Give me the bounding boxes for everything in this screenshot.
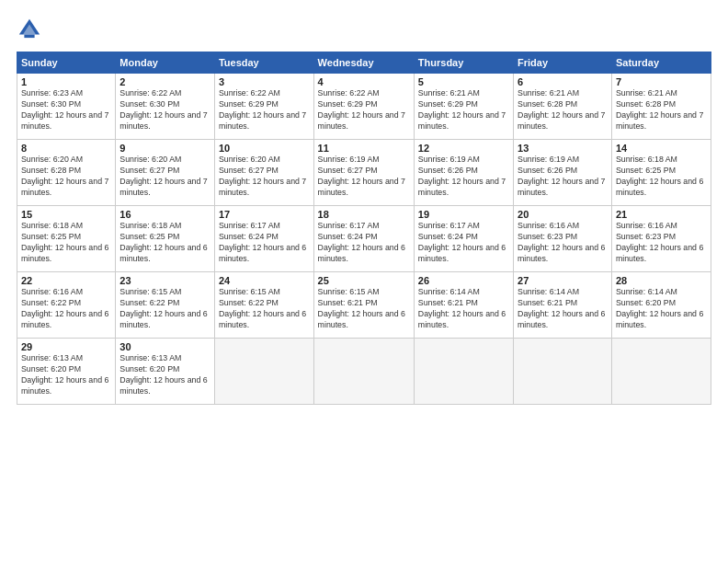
day-info: Sunrise: 6:14 AMSunset: 6:21 PMDaylight:… bbox=[518, 287, 608, 331]
calendar-cell bbox=[414, 339, 513, 405]
day-number: 20 bbox=[518, 209, 608, 220]
day-number: 27 bbox=[518, 275, 608, 286]
day-number: 11 bbox=[318, 143, 410, 154]
day-info: Sunrise: 6:15 AMSunset: 6:22 PMDaylight:… bbox=[219, 287, 310, 331]
calendar-cell: 9Sunrise: 6:20 AMSunset: 6:27 PMDaylight… bbox=[116, 140, 215, 206]
day-number: 3 bbox=[219, 76, 310, 87]
day-number: 30 bbox=[119, 341, 210, 352]
calendar-cell: 6Sunrise: 6:21 AMSunset: 6:28 PMDaylight… bbox=[514, 74, 612, 140]
calendar-cell: 23Sunrise: 6:15 AMSunset: 6:22 PMDayligh… bbox=[116, 272, 215, 339]
day-info: Sunrise: 6:16 AMSunset: 6:23 PMDaylight:… bbox=[518, 221, 608, 265]
calendar-cell: 19Sunrise: 6:17 AMSunset: 6:24 PMDayligh… bbox=[414, 206, 513, 272]
day-info: Sunrise: 6:18 AMSunset: 6:25 PMDaylight:… bbox=[119, 221, 210, 265]
calendar-cell bbox=[313, 339, 414, 405]
calendar-week-4: 22Sunrise: 6:16 AMSunset: 6:22 PMDayligh… bbox=[17, 272, 711, 339]
weekday-header-saturday: Saturday bbox=[611, 52, 711, 74]
day-info: Sunrise: 6:20 AMSunset: 6:28 PMDaylight:… bbox=[21, 155, 111, 199]
calendar-cell: 3Sunrise: 6:22 AMSunset: 6:29 PMDaylight… bbox=[214, 74, 313, 140]
logo bbox=[17, 17, 46, 42]
day-info: Sunrise: 6:19 AMSunset: 6:26 PMDaylight:… bbox=[418, 155, 509, 199]
calendar-cell: 11Sunrise: 6:19 AMSunset: 6:27 PMDayligh… bbox=[313, 140, 414, 206]
day-number: 10 bbox=[219, 143, 310, 154]
day-number: 29 bbox=[21, 341, 111, 352]
calendar-cell: 25Sunrise: 6:15 AMSunset: 6:21 PMDayligh… bbox=[313, 272, 414, 339]
calendar-cell: 4Sunrise: 6:22 AMSunset: 6:29 PMDaylight… bbox=[313, 74, 414, 140]
day-number: 24 bbox=[219, 275, 310, 286]
logo-icon bbox=[17, 17, 42, 42]
calendar-cell: 14Sunrise: 6:18 AMSunset: 6:25 PMDayligh… bbox=[611, 140, 711, 206]
svg-rect-2 bbox=[24, 35, 34, 39]
day-info: Sunrise: 6:16 AMSunset: 6:22 PMDaylight:… bbox=[21, 287, 111, 331]
day-info: Sunrise: 6:21 AMSunset: 6:29 PMDaylight:… bbox=[418, 88, 509, 132]
day-number: 4 bbox=[318, 76, 410, 87]
calendar-cell: 29Sunrise: 6:13 AMSunset: 6:20 PMDayligh… bbox=[17, 339, 116, 405]
calendar-cell: 27Sunrise: 6:14 AMSunset: 6:21 PMDayligh… bbox=[514, 272, 612, 339]
calendar-week-2: 8Sunrise: 6:20 AMSunset: 6:28 PMDaylight… bbox=[17, 140, 711, 206]
day-info: Sunrise: 6:17 AMSunset: 6:24 PMDaylight:… bbox=[219, 221, 310, 265]
calendar-week-3: 15Sunrise: 6:18 AMSunset: 6:25 PMDayligh… bbox=[17, 206, 711, 272]
calendar-cell: 8Sunrise: 6:20 AMSunset: 6:28 PMDaylight… bbox=[17, 140, 116, 206]
calendar-cell bbox=[214, 339, 313, 405]
page: SundayMondayTuesdayWednesdayThursdayFrid… bbox=[0, 0, 728, 563]
calendar-week-1: 1Sunrise: 6:23 AMSunset: 6:30 PMDaylight… bbox=[17, 74, 711, 140]
day-info: Sunrise: 6:15 AMSunset: 6:22 PMDaylight:… bbox=[119, 287, 210, 331]
day-number: 23 bbox=[119, 275, 210, 286]
day-number: 18 bbox=[318, 209, 410, 220]
weekday-header-thursday: Thursday bbox=[414, 52, 513, 74]
day-number: 13 bbox=[518, 143, 608, 154]
header bbox=[17, 17, 711, 42]
calendar-cell: 13Sunrise: 6:19 AMSunset: 6:26 PMDayligh… bbox=[514, 140, 612, 206]
day-number: 5 bbox=[418, 76, 509, 87]
day-info: Sunrise: 6:20 AMSunset: 6:27 PMDaylight:… bbox=[219, 155, 310, 199]
day-number: 22 bbox=[21, 275, 111, 286]
day-info: Sunrise: 6:16 AMSunset: 6:23 PMDaylight:… bbox=[616, 221, 707, 265]
calendar-cell: 1Sunrise: 6:23 AMSunset: 6:30 PMDaylight… bbox=[17, 74, 116, 140]
day-info: Sunrise: 6:15 AMSunset: 6:21 PMDaylight:… bbox=[318, 287, 410, 331]
calendar-cell: 15Sunrise: 6:18 AMSunset: 6:25 PMDayligh… bbox=[17, 206, 116, 272]
day-number: 1 bbox=[21, 76, 111, 87]
day-number: 8 bbox=[21, 143, 111, 154]
day-info: Sunrise: 6:21 AMSunset: 6:28 PMDaylight:… bbox=[518, 88, 608, 132]
calendar-cell: 20Sunrise: 6:16 AMSunset: 6:23 PMDayligh… bbox=[514, 206, 612, 272]
day-number: 19 bbox=[418, 209, 509, 220]
calendar-cell: 18Sunrise: 6:17 AMSunset: 6:24 PMDayligh… bbox=[313, 206, 414, 272]
day-info: Sunrise: 6:17 AMSunset: 6:24 PMDaylight:… bbox=[318, 221, 410, 265]
day-info: Sunrise: 6:13 AMSunset: 6:20 PMDaylight:… bbox=[119, 353, 210, 397]
weekday-header-wednesday: Wednesday bbox=[313, 52, 414, 74]
calendar-cell: 2Sunrise: 6:22 AMSunset: 6:30 PMDaylight… bbox=[116, 74, 215, 140]
calendar-cell: 5Sunrise: 6:21 AMSunset: 6:29 PMDaylight… bbox=[414, 74, 513, 140]
day-info: Sunrise: 6:19 AMSunset: 6:26 PMDaylight:… bbox=[518, 155, 608, 199]
weekday-header-tuesday: Tuesday bbox=[214, 52, 313, 74]
calendar-cell: 30Sunrise: 6:13 AMSunset: 6:20 PMDayligh… bbox=[116, 339, 215, 405]
day-number: 16 bbox=[119, 209, 210, 220]
calendar-cell: 26Sunrise: 6:14 AMSunset: 6:21 PMDayligh… bbox=[414, 272, 513, 339]
day-info: Sunrise: 6:14 AMSunset: 6:20 PMDaylight:… bbox=[616, 287, 707, 331]
calendar-cell: 24Sunrise: 6:15 AMSunset: 6:22 PMDayligh… bbox=[214, 272, 313, 339]
day-info: Sunrise: 6:23 AMSunset: 6:30 PMDaylight:… bbox=[21, 88, 111, 132]
calendar-cell: 28Sunrise: 6:14 AMSunset: 6:20 PMDayligh… bbox=[611, 272, 711, 339]
calendar-cell: 16Sunrise: 6:18 AMSunset: 6:25 PMDayligh… bbox=[116, 206, 215, 272]
weekday-header-monday: Monday bbox=[116, 52, 215, 74]
day-number: 9 bbox=[119, 143, 210, 154]
calendar-cell: 22Sunrise: 6:16 AMSunset: 6:22 PMDayligh… bbox=[17, 272, 116, 339]
day-number: 12 bbox=[418, 143, 509, 154]
calendar-cell: 21Sunrise: 6:16 AMSunset: 6:23 PMDayligh… bbox=[611, 206, 711, 272]
day-info: Sunrise: 6:21 AMSunset: 6:28 PMDaylight:… bbox=[616, 88, 707, 132]
day-number: 14 bbox=[616, 143, 707, 154]
day-number: 25 bbox=[318, 275, 410, 286]
day-number: 17 bbox=[219, 209, 310, 220]
day-info: Sunrise: 6:14 AMSunset: 6:21 PMDaylight:… bbox=[418, 287, 509, 331]
day-number: 28 bbox=[616, 275, 707, 286]
calendar-week-5: 29Sunrise: 6:13 AMSunset: 6:20 PMDayligh… bbox=[17, 339, 711, 405]
calendar-cell: 17Sunrise: 6:17 AMSunset: 6:24 PMDayligh… bbox=[214, 206, 313, 272]
calendar-table: SundayMondayTuesdayWednesdayThursdayFrid… bbox=[17, 52, 711, 405]
day-number: 2 bbox=[119, 76, 210, 87]
day-number: 7 bbox=[616, 76, 707, 87]
day-number: 26 bbox=[418, 275, 509, 286]
weekday-header-row: SundayMondayTuesdayWednesdayThursdayFrid… bbox=[17, 52, 711, 74]
day-number: 6 bbox=[518, 76, 608, 87]
day-info: Sunrise: 6:18 AMSunset: 6:25 PMDaylight:… bbox=[21, 221, 111, 265]
calendar-cell: 12Sunrise: 6:19 AMSunset: 6:26 PMDayligh… bbox=[414, 140, 513, 206]
day-info: Sunrise: 6:22 AMSunset: 6:29 PMDaylight:… bbox=[318, 88, 410, 132]
day-number: 21 bbox=[616, 209, 707, 220]
